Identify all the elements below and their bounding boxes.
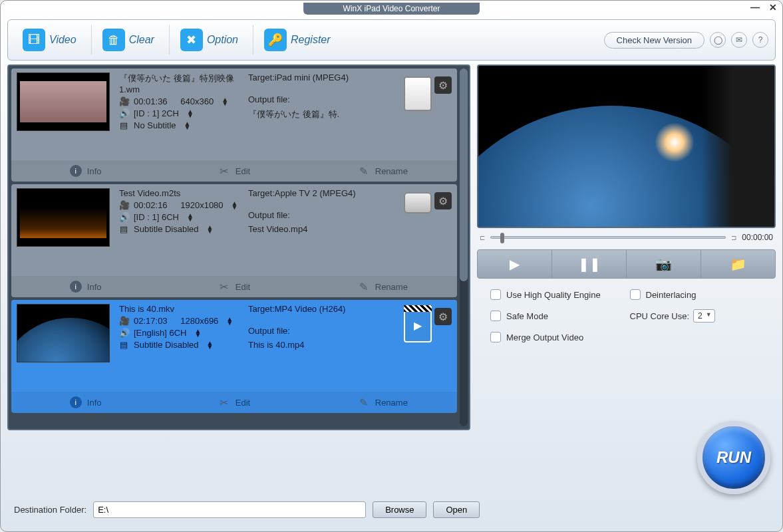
info-button[interactable]: iInfo	[11, 396, 160, 408]
edit-button[interactable]: ✂Edit	[160, 281, 308, 293]
edit-button[interactable]: ✂Edit	[160, 396, 308, 408]
browse-button[interactable]: Browse	[373, 501, 426, 518]
destination-input[interactable]	[93, 501, 366, 518]
bracket-left-icon: ⊏	[480, 234, 485, 241]
item-duration: 00:01:36	[134, 96, 168, 106]
option-button[interactable]: ✖ Option	[172, 25, 246, 55]
toolbar: 🎞 Video 🗑 Clear ✖ Option 🔑 Register Chec…	[7, 19, 776, 61]
option-safe-mode[interactable]: Safe Mode	[490, 309, 623, 323]
option-label: Option	[207, 34, 238, 46]
footer: Destination Folder: Browse Open	[14, 501, 480, 518]
info-button[interactable]: iInfo	[11, 281, 160, 293]
check-version-button[interactable]: Check New Version	[604, 32, 705, 49]
destination-label: Destination Folder:	[14, 505, 86, 515]
item-filename: Test Video.m2ts	[119, 188, 248, 198]
play-button[interactable]: ▶	[478, 250, 552, 278]
titlebar: WinX iPad Video Converter — ✕	[1, 1, 782, 17]
item-resolution: 640x360	[180, 96, 214, 106]
settings-icon[interactable]: ⚙	[434, 192, 452, 209]
help-icon[interactable]: ?	[752, 32, 768, 48]
audio-icon: 🔊	[119, 108, 128, 118]
spinner-icon[interactable]: ▲▼	[232, 201, 238, 209]
rename-button[interactable]: ✎Rename	[309, 165, 457, 177]
item-output-label: Output file:	[248, 94, 401, 104]
snapshot-button[interactable]: 📷	[627, 250, 701, 278]
clear-button[interactable]: 🗑 Clear	[94, 25, 162, 55]
mail-icon[interactable]: ✉	[731, 32, 747, 48]
option-deinterlacing[interactable]: Deinterlacing	[630, 289, 763, 300]
film-add-icon: 🎞	[23, 29, 45, 51]
options-panel: Use High Quality Engine Deinterlacing Sa…	[477, 279, 776, 353]
cpu-core-label: CPU Core Use:	[630, 311, 690, 321]
checkbox-icon	[490, 332, 501, 342]
spinner-icon[interactable]: ▲▼	[207, 341, 214, 349]
thumbnail	[17, 304, 110, 362]
spinner-icon[interactable]: ▲▼	[187, 213, 194, 221]
open-folder-button[interactable]: 📁	[701, 250, 775, 278]
checkbox-icon	[490, 311, 501, 321]
subtitle-icon: ▤	[119, 120, 128, 130]
key-icon: 🔑	[264, 29, 287, 51]
item-output-file: 『僕等がいた 後篇』特.	[248, 108, 401, 120]
item-audio: [ID : 1] 2CH	[134, 108, 179, 118]
minimize-icon[interactable]: —	[750, 2, 760, 13]
rename-button[interactable]: ✎Rename	[309, 281, 457, 293]
spinner-icon[interactable]: ▲▼	[194, 329, 201, 337]
pause-button[interactable]: ❚❚	[552, 250, 627, 278]
spinner-icon[interactable]: ▲▼	[207, 225, 214, 233]
option-hq[interactable]: Use High Quality Engine	[490, 289, 623, 300]
settings-icon[interactable]: ⚙	[434, 76, 452, 94]
open-button[interactable]: Open	[433, 501, 480, 518]
device-mp4-icon: ▶	[404, 308, 432, 342]
checkbox-icon	[490, 289, 501, 300]
player-controls: ▶ ❚❚ 📷 📁	[477, 249, 776, 279]
spinner-icon[interactable]: ▲▼	[187, 110, 194, 118]
settings-icon[interactable]: ⚙	[434, 308, 452, 325]
spinner-icon[interactable]: ▲▼	[222, 98, 228, 106]
spinner-icon[interactable]: ▲▼	[184, 122, 191, 130]
info-button[interactable]: iInfo	[11, 165, 160, 177]
bracket-right-icon: ⊐	[731, 234, 736, 241]
video-label: Video	[49, 34, 77, 46]
account-icon[interactable]: ◯	[710, 32, 726, 48]
wrench-icon: ✖	[180, 29, 203, 51]
video-button[interactable]: 🎞 Video	[15, 25, 84, 55]
device-appletv-icon	[404, 192, 432, 213]
trash-icon: 🗑	[102, 29, 125, 51]
option-merge[interactable]: Merge Output Video	[490, 332, 623, 342]
spinner-icon[interactable]: ▲▼	[226, 317, 233, 325]
video-item[interactable]: Test Video.m2ts 🎥00:02:16 1920x1080▲▼ 🔊[…	[11, 184, 457, 297]
window-title: WinX iPad Video Converter	[303, 3, 480, 15]
thumbnail	[17, 188, 110, 247]
video-item[interactable]: 『僕等がいた 後篇』特別映像1.wm 🎥00:01:36 640x360▲▼ 🔊…	[11, 68, 457, 182]
checkbox-icon	[630, 289, 641, 300]
device-ipad-icon	[404, 76, 432, 111]
preview-player	[477, 65, 776, 228]
window: WinX iPad Video Converter — ✕ 🎞 Video 🗑 …	[0, 0, 783, 532]
seek-slider[interactable]: ⊏ ⊐ 00:00:00	[477, 228, 776, 247]
register-label: Register	[291, 34, 331, 46]
rename-button[interactable]: ✎Rename	[309, 396, 457, 408]
register-button[interactable]: 🔑 Register	[256, 25, 339, 55]
close-icon[interactable]: ✕	[769, 2, 777, 13]
video-list-panel: 『僕等がいた 後篇』特別映像1.wm 🎥00:01:36 640x360▲▼ 🔊…	[7, 65, 470, 430]
thumbnail	[17, 72, 110, 131]
clear-label: Clear	[129, 34, 154, 46]
video-item-selected[interactable]: This is 40.mkv 🎥02:17:03 1280x696▲▼ 🔊[En…	[11, 300, 457, 413]
clock-icon: 🎥	[119, 96, 128, 106]
timecode: 00:00:00	[742, 233, 773, 242]
item-filename: This is 40.mkv	[119, 304, 248, 314]
edit-button[interactable]: ✂Edit	[160, 165, 308, 177]
cpu-core-select[interactable]: 2	[693, 309, 715, 323]
item-filename: 『僕等がいた 後篇』特別映像1.wm	[119, 72, 248, 94]
item-target: Target:iPad mini (MPEG4)	[248, 72, 401, 82]
item-subtitle: No Subtitle	[134, 120, 176, 130]
run-button[interactable]: RUN	[697, 421, 770, 494]
scrollbar-thumb[interactable]	[460, 68, 468, 281]
